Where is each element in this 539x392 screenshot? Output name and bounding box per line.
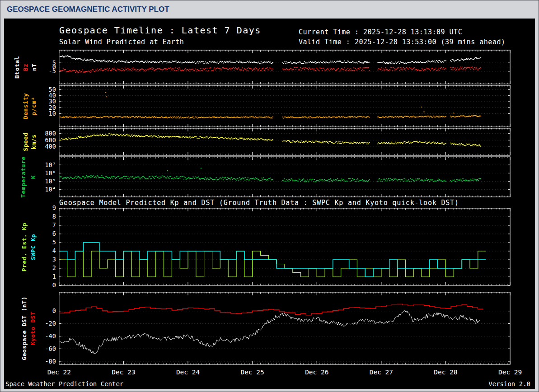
y-ticks [59,165,510,189]
header-bar: GEOSPACE GEOMAGNETIC ACTIVITY PLOT [0,0,539,19]
y-tick-label: -40 [45,332,56,340]
x-tick-label: Dec 25 [241,369,264,376]
y-tick-label: 800 [45,130,56,137]
series-group-temperature [59,168,481,182]
gridlines-speed [59,134,510,147]
panel-density: 5040302010 [49,85,510,127]
swpc-credit: Space Weather Prediction Center [5,380,123,387]
x-major-ticks [59,85,510,127]
y-tick-label: 10⁵ [45,177,56,185]
axis-label-bfield-0: Btotal [14,56,20,79]
axis-label-density-1: p/cm³ [30,97,37,116]
panel-border [59,85,510,127]
axis-label-temperature-0: Temperature [20,156,27,198]
series-density [59,116,481,118]
axis-label-temperature-1: K [30,175,37,178]
y-tick-label: 3 [52,256,56,263]
y-tick-label: 10⁶ [45,169,56,177]
panel-bfield: 50-5 [49,50,510,84]
page-title: GEOSPACE GEOMAGNETIC ACTIVITY PLOT [7,5,169,14]
y-ticks [59,208,510,285]
axis-label-kp-0: Pred. Est. Kp [21,222,28,271]
y-tick-label: 10 [49,110,56,117]
y-tick-label: 1 [52,273,56,280]
y-tick-label: 7 [52,221,56,229]
series-temperature-spikes [167,168,201,171]
solar-wind-subtitle: Solar Wind Predicted at Earth [59,38,184,46]
valid-time-label: Valid Time : 2025-12-28 13:53:00 (39 min… [299,38,505,46]
series-btotal [59,56,481,64]
y-tick-label: 600 [45,136,56,144]
y-tick-label: 400 [45,143,56,150]
panel-temperature: 10⁷10⁶10⁵10⁴ [45,157,510,197]
gridlines-dst [59,311,510,361]
panel-border [59,157,510,197]
series-group-dst [59,304,483,354]
panel-speed: 800600400 [45,128,510,155]
plot-frame: 50-5504030201080060040010⁷10⁶10⁵10⁴98765… [4,19,535,389]
x-tick-label: Dec 23 [112,369,135,376]
panel-border [59,128,510,155]
series-group-density [59,93,481,118]
x-major-ticks [59,208,510,285]
series-density-spikes [106,93,454,113]
panel-kp: 9876543210 [52,204,510,289]
x-minor-ticks [62,128,507,155]
y-tick-label: 10⁴ [45,186,56,193]
gridlines-density [59,89,510,113]
y-tick-label: -5 [49,67,56,75]
x-tick-label: Dec 27 [370,369,393,376]
series-pred-est-kp [59,251,486,277]
y-tick-label: 6 [52,230,56,237]
chart-title: Geospace Timeline : Latest 7 Days [59,25,261,36]
axis-label-dst-1: Kyoto DST [29,312,36,345]
y-tick-label: 0 [52,281,56,289]
x-tick-label: Dec 29 [498,369,522,376]
x-minor-ticks [62,208,507,285]
y-tick-label: -60 [45,345,56,352]
axis-label-speed-0: Speed [22,132,29,151]
panel-border [59,208,510,285]
y-tick-label: 2 [52,264,56,271]
axis-label-density-0: Density [22,93,29,119]
y-tick-label: 0 [52,307,56,314]
axis-label-speed-1: km/s [30,134,37,149]
x-major-ticks [59,292,510,364]
x-minor-ticks [62,50,507,84]
y-tick-label: -20 [45,320,56,327]
series-kyoto-dst [59,304,483,315]
axis-label-bfield-1: Bz [22,63,29,71]
kp-dst-section-title: Geospace Model Predicted Kp and DST (Gro… [59,199,459,207]
series-bz [59,67,481,73]
series-temperature [59,176,481,182]
current-time-label: Current Time : 2025-12-28 13:13:09 UTC [299,28,462,36]
x-major-ticks [59,128,510,155]
x-tick-label: Dec 26 [305,369,328,376]
version-label: Version 2.0 [488,380,530,387]
gridlines-temperature [59,165,510,189]
y-tick-label: 4 [52,247,56,254]
x-tick-label: Dec 24 [176,369,200,376]
y-tick-label: 9 [52,204,56,211]
series-group-bfield [59,56,481,73]
page: GEOSPACE GEOMAGNETIC ACTIVITY PLOT 50-55… [0,0,539,392]
y-tick-label: 5 [52,238,56,246]
gridlines-bfield [59,63,510,71]
axis-label-kp-1: SWPC Kp [30,233,37,260]
x-tick-label: Dec 22 [47,369,71,376]
x-tick-label: Dec 28 [434,369,457,376]
x-minor-ticks [62,85,507,127]
series-geospace-dst [59,311,481,354]
x-minor-ticks [62,292,507,364]
y-tick-label: 10⁷ [45,161,56,168]
panel-border [59,292,510,364]
axis-label-bfield-2: nT [31,63,37,71]
y-tick-label: -80 [45,358,56,365]
y-tick-label: 8 [52,213,56,220]
series-speed [59,134,481,146]
x-major-ticks [59,157,510,197]
panel-dst: 0-20-40-60-80 [45,292,510,365]
axis-label-dst-0: Geospace DST (nT) [21,296,28,360]
series-group-speed [59,134,481,146]
